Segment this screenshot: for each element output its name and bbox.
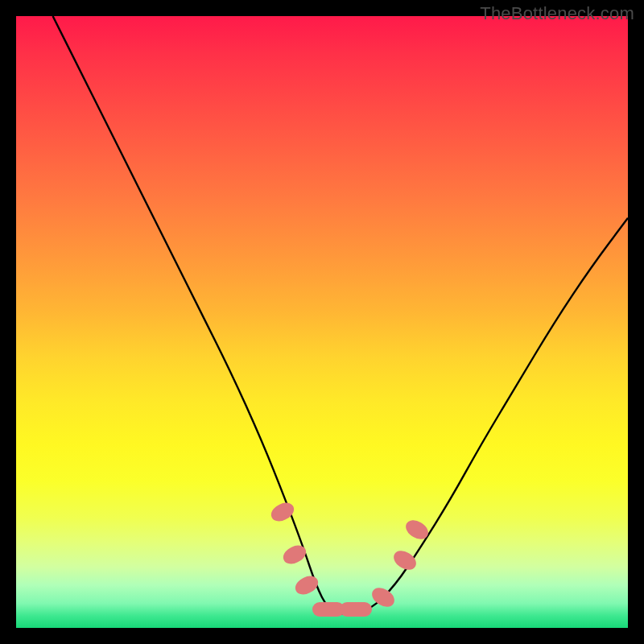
curve-marker: [268, 499, 297, 525]
curve-marker: [369, 584, 398, 611]
curve-marker: [292, 572, 321, 598]
curve-marker: [340, 602, 372, 617]
curve-marker: [390, 547, 419, 574]
curve-markers: [16, 16, 628, 628]
curve-marker: [280, 542, 309, 568]
watermark-text: TheBottleneck.com: [480, 3, 634, 24]
plot-area: [16, 16, 628, 628]
curve-marker: [402, 517, 431, 543]
